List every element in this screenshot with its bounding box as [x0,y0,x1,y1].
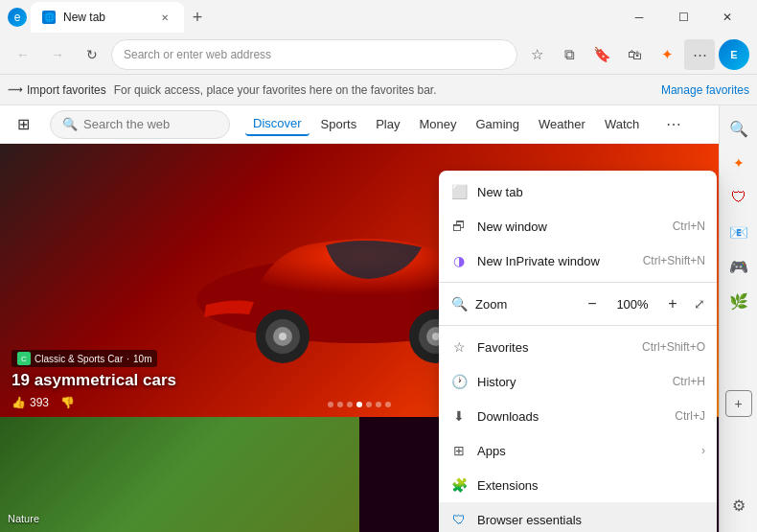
menu-favorites[interactable]: ☆ Favorites Ctrl+Shift+O [439,330,717,364]
like-button[interactable]: 👍 393 [11,396,49,409]
tab-gaming[interactable]: Gaming [468,113,527,135]
menu-extensions[interactable]: 🧩 Extensions [439,468,717,502]
tab-play[interactable]: Play [368,113,407,135]
tab-bar: 🌐 New tab ✕ + [31,0,613,35]
menu-apps[interactable]: ⊞ Apps › [439,433,717,468]
sidebar-add-button[interactable]: + [725,390,752,417]
active-tab[interactable]: 🌐 New tab ✕ [31,2,184,33]
sidebar-search-icon[interactable]: 🔍 [723,113,754,144]
thumbnail-1[interactable]: Nature [0,417,359,532]
dot-5 [366,402,372,407]
menu-button[interactable]: ⋯ [684,39,715,70]
sidebar-copilot-icon[interactable]: ✦ [723,148,754,178]
close-button[interactable]: ✕ [705,2,749,33]
import-favorites-button[interactable]: ⟿ Import favorites [8,83,106,97]
forward-button[interactable]: → [42,39,73,70]
history-icon: 🕐 [450,373,468,390]
dot-6 [376,402,381,407]
tab-title: New tab [63,11,105,24]
zoom-label: Zoom [475,297,571,312]
main-content: ⊞ 🔍 Discover Sports Play Money Gaming We… [0,105,757,532]
shopping-icon[interactable]: 🛍 [619,39,650,70]
dislike-button[interactable]: 👎 [60,396,75,409]
like-icon: 👍 [11,396,26,409]
tab-close-button[interactable]: ✕ [157,10,172,25]
tab-groups-icon[interactable]: ⧉ [554,39,585,70]
zoom-expand-button[interactable]: ⤢ [694,296,705,312]
menu-new-tab[interactable]: ⬜ New tab [439,174,717,209]
edge-profile-icon[interactable]: E [719,39,749,70]
browser-essentials-label: Browser essentials [477,513,705,527]
favorites-icon[interactable]: ☆ [521,39,552,70]
copilot-icon[interactable]: ✦ [652,39,682,70]
dot-2 [337,402,343,407]
msn-apps-icon[interactable]: ⊞ [11,113,34,136]
minimize-button[interactable]: ─ [617,2,661,33]
menu-inprivate[interactable]: ◑ New InPrivate window Ctrl+Shift+N [439,243,717,278]
favorites-icon: ☆ [450,338,468,356]
hero-time: · [126,354,129,364]
title-bar-left: e [8,8,27,27]
address-text: Search or enter web address [124,48,271,61]
hero-actions: 👍 393 👎 [11,396,75,409]
restore-button[interactable]: ☐ [661,2,705,33]
dot-3 [347,402,353,407]
hero-source: Classic & Sports Car [34,354,123,364]
zoom-icon: 🔍 [450,295,468,312]
zoom-minus-button[interactable]: − [579,290,606,317]
back-button[interactable]: ← [8,39,38,70]
search-icon: 🔍 [62,117,78,131]
zoom-value: 100% [613,297,652,312]
extensions-icon: 🧩 [450,476,468,494]
favorites-shortcut: Ctrl+Shift+O [642,340,705,354]
tab-money[interactable]: Money [411,113,464,135]
browser-window: e 🌐 New tab ✕ + ─ ☐ ✕ ← → ↻ Search or en… [0,0,757,532]
menu-browser-essentials[interactable]: 🛡 Browser essentials [439,502,717,532]
toolbar-icons: ☆ ⧉ 🔖 🛍 ✦ ⋯ [521,39,715,70]
new-tab-button[interactable]: + [184,4,211,31]
new-window-label: New window [477,220,663,234]
favorites-bar-text: For quick access, place your favorites h… [114,83,654,97]
import-icon: ⟿ [8,83,23,96]
menu-new-window[interactable]: 🗗 New window Ctrl+N [439,209,717,243]
menu-history[interactable]: 🕐 History Ctrl+H [439,364,717,399]
msn-more-button[interactable]: ⋯ [666,115,681,133]
hero-source-badge: C Classic & Sports Car · 10m [11,350,157,367]
tab-favicon: 🌐 [42,11,56,24]
import-label: Import favorites [27,83,106,97]
sidebar-shield-icon[interactable]: 🛡 [723,182,754,213]
msn-tabs: Discover Sports Play Money Gaming Weathe… [245,112,647,136]
sidebar-settings-icon[interactable]: ⚙ [723,490,754,520]
zoom-plus-button[interactable]: + [659,290,686,317]
msn-search-input[interactable] [83,117,218,131]
address-input[interactable]: Search or enter web address [111,39,517,70]
downloads-label: Downloads [477,409,665,424]
apps-arrow: › [701,444,705,457]
sidebar-games-icon[interactable]: 🎮 [723,251,754,282]
downloads-shortcut: Ctrl+J [675,409,705,423]
context-menu: ⬜ New tab 🗗 New window Ctrl+N ◑ New InPr… [439,171,717,532]
source-icon: C [17,352,31,365]
dot-1 [328,402,333,407]
favorites-bar: ⟿ Import favorites For quick access, pla… [0,75,757,105]
tab-weather[interactable]: Weather [531,113,593,135]
msn-search-box[interactable]: 🔍 [50,110,230,139]
hero-dots [328,402,391,407]
manage-favorites-link[interactable]: Manage favorites [661,83,749,97]
tab-discover[interactable]: Discover [245,112,310,136]
inprivate-shortcut: Ctrl+Shift+N [643,254,705,267]
divider-1 [439,282,717,283]
browser-essentials-icon: 🛡 [450,511,468,528]
add-favorites-icon[interactable]: 🔖 [586,39,617,70]
refresh-button[interactable]: ↻ [77,39,107,70]
sidebar-outlook-icon[interactable]: 📧 [723,217,754,247]
tab-watch[interactable]: Watch [597,113,647,135]
window-controls: ─ ☐ ✕ [617,2,749,33]
history-label: History [477,375,663,389]
menu-downloads[interactable]: ⬇ Downloads Ctrl+J [439,399,717,433]
tab-sports[interactable]: Sports [313,113,365,135]
dot-7 [385,402,391,407]
hero-title: 19 asymmetrical cars [11,371,176,390]
new-window-icon: 🗗 [450,218,468,235]
sidebar-green-icon[interactable]: 🌿 [723,286,754,316]
